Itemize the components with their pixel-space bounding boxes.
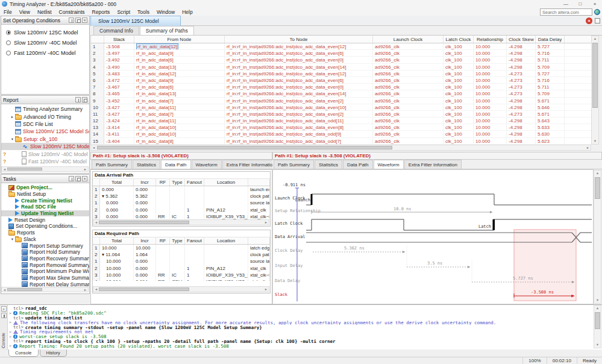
scroll-arrow-icon[interactable]: ◄ [93,220,99,225]
detail-row[interactable]: 20.0000.0001PIN_A12xtal_clk [93,207,270,213]
expander-icon[interactable]: > [9,320,13,325]
table-row[interactable]: 2-3.497rf_in_adc_data[9]rf_in:rf_in_inst… [91,50,591,57]
subtab-summary-of-paths[interactable]: Summary of Paths [140,26,194,35]
detail-row[interactable]: 10.0000.000source latency [93,199,270,206]
detail-row[interactable]: 310.0000.000RRIC1IOIBUF_X39_Y53_N1xtal_c… [93,272,270,278]
column-header[interactable]: Incr [134,179,156,186]
column-header[interactable]: Slack [104,36,134,43]
maximize-button[interactable]: □ [573,0,588,8]
radio-slow-1200mv-40c-model[interactable]: Slow 1200mV -40C Model [1,37,89,48]
console-command[interactable]: create_timing_summary -stdout -setup -pa… [25,325,262,330]
tree-item-set-operating-conditions[interactable]: Set Operating Conditions... [1,223,89,230]
left-tab-waveform[interactable]: Waveform [192,160,222,169]
tree-item-advanced-i-o-timing[interactable]: ▸Advanced I/O Timing [1,113,89,120]
detail-row[interactable]: 110.0000.000source latency [93,258,270,265]
console-command[interactable]: read_sdc [25,306,47,311]
pin-icon[interactable] [75,97,81,102]
table-row[interactable]: 1-3.508rf_in_adc_data[12]rf_in:rf_in_ins… [91,43,591,50]
scroll-arrow-icon[interactable]: ◄ [91,145,96,150]
menu-help[interactable]: Help [178,9,196,15]
tree-item-open-project[interactable]: Open Project... [1,184,89,191]
tree-item-report-recovery-summary[interactable]: Report Recovery Summary [1,256,89,262]
scroll-thumb[interactable] [7,288,42,291]
scroll-thumb[interactable] [97,146,392,149]
scroll-arrow-icon[interactable]: ◄ [2,167,7,171]
console-tab-console[interactable]: Console [8,350,39,357]
menu-file[interactable]: File [0,9,16,15]
column-header[interactable]: Location [204,179,248,186]
radio-fast-1200mv-40c-model[interactable]: Fast 1200mV -40C Model [1,48,89,58]
tree-item-report-max-skew-summary[interactable]: Report Max Skew Summary [1,275,89,281]
tasks-tree-scrollbar[interactable]: ◄► [1,287,89,292]
tree-item-report-removal-summary[interactable]: Report Removal Summary [1,262,89,268]
column-header[interactable]: From Node [134,36,225,43]
column-header[interactable]: RF [156,179,170,186]
console-scrollbar[interactable]: ▲▼ [594,305,601,348]
float-icon[interactable] [75,176,81,181]
scroll-thumb[interactable] [99,221,189,224]
tree-item-setup-clk-100[interactable]: ▾Setup: clk_100 [1,136,89,143]
console-command[interactable]: report_timing -to_clock { clk_100 } -set… [25,339,336,344]
menu-constraints[interactable]: Constraints [55,9,89,15]
column-header[interactable]: Launch Clock [373,36,444,43]
scroll-arrow-icon[interactable]: ▼ [592,139,598,144]
table-row[interactable]: 3-3.492rf_in_adc_data[6]rf_in:rf_in_inst… [91,57,591,63]
scroll-arrow-icon[interactable]: ▲ [594,171,601,176]
tree-item-create-timing-netlist[interactable]: Create Timing Netlist [1,197,89,204]
column-header[interactable] [248,179,270,186]
scroll-arrow-icon[interactable]: ► [83,287,88,292]
menu-view[interactable]: View [16,9,34,15]
pin-icon[interactable] [69,176,74,181]
table-row[interactable]: 7-3.467rf_in_adc_data[6]rf_in:rf_in_inst… [91,84,591,90]
radio-slow-1200mv-125c-model[interactable]: Slow 1200mV 125C Model [1,27,89,37]
summary-table-vertical-scrollbar[interactable]: ▲▼ [591,36,599,145]
tree-item-read-sdc-file[interactable]: Read SDC File [1,204,89,210]
scroll-arrow-icon[interactable]: ► [263,220,269,225]
left-tab-statistics[interactable]: Statistics [133,160,160,169]
detail-row[interactable]: 10.0000.000launch edge time [93,186,270,193]
console-close-icon[interactable]: × [1,306,7,312]
detail-row[interactable]: 2▾ 11.0641.064clock path [93,251,270,258]
scroll-thumb[interactable] [595,312,600,329]
left-tab-data-path[interactable]: Data Path [161,160,191,169]
close-button[interactable]: × [588,0,602,8]
table-row[interactable]: 6-3.472rf_in_adc_data[9]rf_in:rf_in_inst… [91,77,591,84]
console-command[interactable]: update_timing_netlist [25,316,83,321]
column-header[interactable]: Total [100,237,134,244]
table-row[interactable]: 8-3.465rf_in_adc_data[13]rf_in:rf_in_ins… [91,90,591,97]
scroll-arrow-icon[interactable]: ► [263,287,269,292]
waveform-scrollbar[interactable]: ▲▼ [594,170,601,304]
column-header[interactable]: RF [156,237,170,244]
expander-icon[interactable]: > [9,334,13,339]
right-tab-extra-fitter-information[interactable]: Extra Fitter Information [404,160,462,169]
tree-item-slow-1200mv-125c-model-setup-summ[interactable]: Slow 1200mV 125C Model Setup Summ [1,128,89,135]
tree-item-update-timing-netlist[interactable]: Update Timing Netlist [1,210,89,217]
tree-item-slow-1200mv-40c-model[interactable]: ?Slow 1200mV -40C Model [1,150,89,157]
minimize-button[interactable]: — [559,0,573,8]
close-report-icon[interactable]: × [586,17,592,24]
menu-reports[interactable]: Reports [89,9,114,15]
column-header[interactable] [93,237,100,244]
column-header[interactable] [93,179,100,186]
detail-row[interactable]: 210.0000.0001PIN_A12xtal_clk [93,265,270,272]
column-header[interactable] [91,36,104,43]
tree-item-slow-1200mv-125c-model[interactable]: ∿Slow 1200mV 125C Model [1,143,89,150]
expander-icon[interactable]: > [9,330,13,334]
column-header[interactable]: Clock Skew [507,36,536,43]
tree-item-report-minimum-pulse-width-summa[interactable]: Report Minimum Pulse Width Summa [1,268,89,275]
summary-table-horizontal-scrollbar[interactable]: ◄► [90,145,591,151]
column-header[interactable]: Location [204,237,248,244]
float-icon[interactable] [82,97,87,102]
column-header[interactable] [248,237,270,244]
detail-row[interactable]: 2▾ 5.3625.362clock path [93,193,270,199]
column-header[interactable]: Latch Clock [444,36,474,43]
scroll-arrow-icon[interactable]: ▼ [594,342,601,348]
scroll-arrow-icon[interactable]: ▲ [594,306,601,311]
table-row[interactable]: 13-3.414rf_in_adc_data[10]rf_in:rf_in_in… [91,124,591,131]
document-tab[interactable]: Slow 1200mV 125C Model [90,16,181,26]
left-tab-extra-fitter-information[interactable]: Extra Fitter Information [222,160,272,169]
tree-item-reports[interactable]: Reports [1,230,89,236]
subtab-command-info[interactable]: Command Info [93,26,139,35]
tree-item-slack[interactable]: ▾Slack [1,236,89,243]
right-tab-data-path[interactable]: Data Path [343,160,373,169]
